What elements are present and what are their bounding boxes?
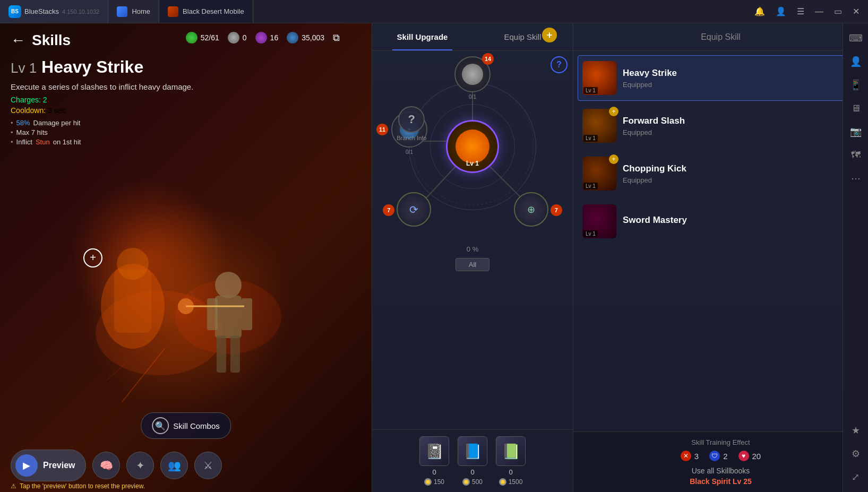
hits-text: Max 7 hits [16,128,48,136]
defense-icon: 🛡 [709,451,720,461]
use-skillbooks-button[interactable]: Use all Skillbooks [582,467,860,475]
skill-item-sword-mastery[interactable]: Lv 1 Sword Mastery [578,198,864,244]
menu-icon[interactable]: ☰ [795,4,806,19]
skillbook-1-icon: 📓 [419,436,449,466]
skill-combos-button[interactable]: 🔍 Skill Combos [141,412,231,439]
back-arrow-icon[interactable]: ← [11,32,25,49]
black-spirit-level: Black Spirit Lv 25 [582,477,860,486]
close-btn[interactable]: ✕ [850,4,862,19]
panel-tabs: Skill Upgrade + Equip Skill [372,23,573,51]
tab-home[interactable]: Home [108,0,159,23]
gray-currency-value: 0 [243,33,247,42]
transfer-icon[interactable]: ⧉ [333,32,340,44]
skillbook-2-icon: 📘 [458,436,487,466]
attack-value: 3 [694,452,699,461]
account-icon[interactable]: 👤 [774,4,788,19]
tab-bdm[interactable]: Black Desert Mobile [159,0,253,23]
purple-currency-value: 16 [270,33,279,42]
progress-text: 0 % [467,245,478,253]
sidebar-settings-icon[interactable]: ⚙ [845,443,866,464]
forward-slash-plus: + [609,107,618,116]
back-nav: ← Skills [11,32,193,49]
progress-section: 0 % [467,242,478,256]
skill-name-text: Heavy Strike [41,57,143,76]
gray-currency-icon [228,32,239,44]
svg-rect-7 [207,298,218,330]
health-icon: ♥ [738,451,749,461]
sword-icon-btn[interactable]: ⚔ [194,452,222,479]
bluestacks-tab[interactable]: BS BlueStacks 4.150.10.1032 [0,0,108,23]
sidebar-person-icon[interactable]: 👤 [845,51,866,72]
people-icon-btn[interactable]: 👥 [160,452,188,479]
skillbook-2[interactable]: 📘 0 🪙 500 [458,436,487,486]
preview-label: Preview [43,461,75,470]
forward-slash-status: Equipped [623,128,859,136]
stun-suffix: on 1st hit [53,138,81,146]
bullet-stun: Inflict Stun on 1st hit [11,138,193,146]
bdm-tab-icon [168,6,178,17]
attack-stat: ✕ 3 [681,451,699,461]
minimize-btn[interactable]: — [813,5,826,19]
skillbooks-row: 📓 0 🪙 150 📘 0 🪙 500 📗 0 🪙 [372,429,573,492]
coin-icon-2: 🪙 [462,478,470,486]
skillbook-1[interactable]: 📓 0 🪙 150 [419,436,449,486]
preview-warning: ⚠ Tap the 'preview' button to reset the … [11,482,145,490]
svg-rect-6 [215,296,242,338]
add-button[interactable]: + [83,248,102,267]
sidebar-keyboard-icon[interactable]: ⌨ [845,28,866,49]
bottom-right-skill-node[interactable]: ⊕ 7 [514,192,548,227]
sidebar-tv-icon[interactable]: 🖥 [845,98,866,119]
warning-icon: ⚠ [11,482,16,490]
tab-skill-upgrade[interactable]: Skill Upgrade [372,23,472,50]
skill-description: Execute a series of slashes to inflict h… [11,82,193,91]
heavy-strike-icon-container: Lv 1 [582,61,616,95]
skillbook-3[interactable]: 📗 0 🪙 1500 [496,436,526,486]
sidebar-map-icon[interactable]: 🗺 [845,144,866,166]
damage-text: Damage per hit [33,119,81,127]
sword-mastery-info: Sword Mastery [623,215,859,228]
bottom-left-skill-node[interactable]: ⟳ 7 [397,192,431,227]
preview-button[interactable]: ▶ Preview [11,450,86,481]
tab-home-label: Home [132,7,150,15]
currency-bar: 52/61 0 16 35,003 ⧉ [186,32,340,44]
gray-currency-display: 0 [228,32,247,44]
notification-icon[interactable]: 🔔 [752,4,767,19]
right-sidebar: ⌨ 👤 📱 🖥 📷 🗺 ⋯ ★ ⚙ ⤢ [843,23,868,492]
title-bar-right: 🔔 👤 ☰ — ▭ ✕ [752,4,868,19]
skill-item-forward-slash[interactable]: Lv 1 + Forward Slash Equipped [578,103,864,149]
home-tab-icon [117,6,127,17]
badge-14: 14 [482,53,494,65]
chopping-kick-plus: + [609,154,618,164]
all-filter: All [456,256,489,273]
sidebar-star-icon[interactable]: ★ [845,420,866,441]
purple-currency-display: 16 [255,32,279,44]
coin-icon-1: 🪙 [424,478,432,486]
health-stat: ♥ 20 [738,451,761,461]
sword-mastery-name: Sword Mastery [623,215,859,226]
skillbook-1-cost: 🪙 150 [424,478,444,486]
top-skill-node[interactable]: 14 0/1 [454,56,491,100]
tab-equip-skill[interactable]: Equip Skill [472,23,573,50]
maximize-btn[interactable]: ▭ [832,4,844,19]
center-skill-node[interactable]: Lv 1 [446,120,499,173]
sidebar-expand-icon[interactable]: ⤢ [845,467,866,488]
bluestacks-icon: BS [8,5,21,18]
sidebar-phone-icon[interactable]: 📱 [845,74,866,96]
character-svg [80,200,292,412]
skill-item-heavy-strike[interactable]: Lv 1 Heavy Strike Equipped ⚙ [578,55,864,101]
branch-info-button[interactable]: ? Branch Info [397,106,426,141]
skill-list-panel: Equip Skill Lv 1 Heavy Strike Equipped ⚙ [573,23,868,492]
brain-icon-btn[interactable]: 🧠 [92,452,120,479]
skill-item-chopping-kick[interactable]: Lv 1 + Chopping Kick Equipped [578,151,864,196]
sidebar-camera-icon[interactable]: 📷 [845,121,866,142]
gold-display: 35,003 [287,32,324,44]
sidebar-more-icon[interactable]: ⋯ [845,168,866,189]
svg-rect-10 [230,335,240,373]
tab-bdm-label: Black Desert Mobile [183,7,244,15]
heavy-strike-info: Heavy Strike Equipped [623,68,846,89]
stamina-icon [186,32,197,44]
damage-pct: 58% [16,119,30,127]
top-node-count: 0/1 [454,94,491,100]
star-icon-btn[interactable]: ✦ [126,452,154,479]
all-filter-button[interactable]: All [456,258,489,271]
